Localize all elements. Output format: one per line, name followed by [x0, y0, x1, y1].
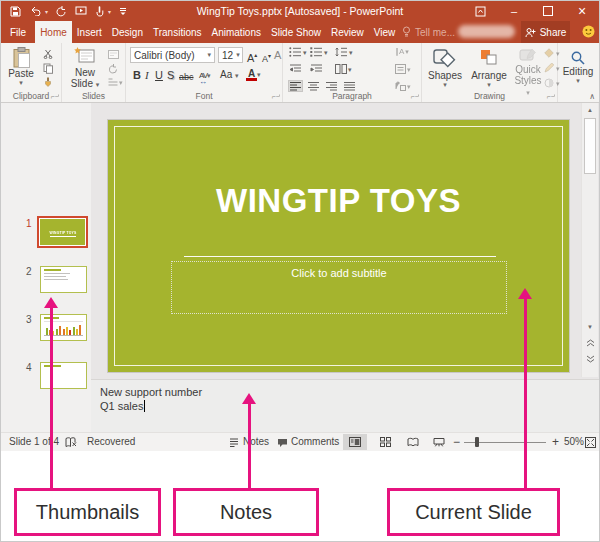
scroll-down-icon[interactable]: ▼: [582, 321, 598, 333]
slide-show-button[interactable]: [427, 434, 451, 450]
paragraph-dialog-launcher-icon[interactable]: ⌐⌐: [411, 93, 419, 100]
tab-transitions[interactable]: Transitions: [148, 21, 207, 43]
columns-icon[interactable]: ▾: [335, 64, 352, 74]
tab-insert[interactable]: Insert: [72, 21, 107, 43]
tab-view[interactable]: View: [369, 21, 401, 43]
notes-text[interactable]: New support number Q1 sales: [91, 380, 599, 418]
previous-slide-icon[interactable]: [582, 339, 598, 351]
notes-status-label[interactable]: Notes: [243, 436, 269, 447]
vertical-scrollbar[interactable]: ▲ ▼: [581, 103, 598, 377]
convert-to-smartart-icon[interactable]: ▾: [395, 81, 411, 91]
new-slide-button[interactable]: New Slide ▾: [65, 47, 105, 89]
normal-view-button[interactable]: [343, 434, 367, 450]
zoom-slider-thumb[interactable]: [475, 437, 479, 447]
italic-button[interactable]: I: [145, 69, 149, 81]
section-icon[interactable]: ▾: [108, 78, 123, 86]
spell-check-icon[interactable]: [65, 437, 77, 448]
zoom-in-button[interactable]: +: [552, 435, 559, 449]
format-painter-icon[interactable]: [43, 77, 53, 88]
font-size-combo[interactable]: 12: [218, 47, 243, 63]
customize-qat-icon[interactable]: [119, 7, 127, 16]
zoom-out-button[interactable]: −: [453, 435, 460, 449]
save-icon[interactable]: [10, 6, 21, 17]
tab-design[interactable]: Design: [107, 21, 148, 43]
font-name-combo[interactable]: Calibri (Body): [130, 47, 215, 63]
strikethrough-button[interactable]: abc: [179, 71, 194, 83]
increase-indent-icon[interactable]: [310, 64, 323, 74]
align-left-icon[interactable]: [289, 81, 302, 91]
undo-dropdown-icon[interactable]: ▾: [45, 8, 48, 15]
thumbnail-slide-3[interactable]: [40, 314, 87, 341]
feedback-smiley-icon[interactable]: [582, 25, 595, 38]
editing-dropdown-icon[interactable]: ▾: [576, 77, 580, 84]
close-button[interactable]: ×: [565, 1, 599, 21]
font-dialog-launcher-icon[interactable]: ⌐⌐: [272, 93, 280, 100]
slide-title[interactable]: WINGTIP TOYS: [108, 182, 569, 220]
collapse-ribbon-icon[interactable]: ∧: [589, 92, 595, 101]
numbering-icon[interactable]: ▾: [310, 47, 328, 57]
touch-mouse-mode-icon[interactable]: [95, 6, 104, 17]
decrease-font-size-button[interactable]: A▾: [262, 50, 271, 65]
share-button[interactable]: Share: [521, 21, 570, 43]
redo-icon[interactable]: [56, 6, 67, 17]
copy-icon[interactable]: [43, 63, 54, 74]
notes-pane[interactable]: New support number Q1 sales: [91, 379, 599, 432]
tab-review[interactable]: Review: [326, 21, 369, 43]
character-spacing-button[interactable]: AV↔▾: [199, 68, 211, 85]
align-center-icon[interactable]: [307, 81, 320, 91]
tab-home[interactable]: Home: [35, 21, 72, 43]
align-text-icon[interactable]: ▾: [395, 64, 411, 74]
scrollbar-thumb[interactable]: [584, 118, 596, 174]
paste-button[interactable]: Paste ▾: [4, 47, 38, 86]
next-slide-icon[interactable]: [582, 355, 598, 367]
maximize-button[interactable]: [531, 1, 565, 21]
reset-slide-icon[interactable]: [108, 64, 118, 74]
clipboard-dialog-launcher-icon[interactable]: ⌐⌐: [51, 93, 59, 100]
reading-view-button[interactable]: [401, 434, 425, 450]
tab-animations[interactable]: Animations: [207, 21, 266, 43]
font-color-button[interactable]: A▾: [246, 67, 261, 81]
new-slide-dropdown-icon[interactable]: ▾: [96, 81, 100, 88]
fit-slide-to-window-icon[interactable]: [585, 437, 596, 448]
tab-file[interactable]: File: [1, 21, 35, 43]
recovered-label[interactable]: Recovered: [87, 436, 135, 447]
slide-sorter-view-button[interactable]: [373, 434, 397, 450]
comments-status-label[interactable]: Comments: [291, 436, 339, 447]
thumbnail-slide-2[interactable]: [40, 266, 87, 293]
underline-button[interactable]: U: [155, 69, 163, 81]
line-spacing-icon[interactable]: ▾: [335, 47, 353, 57]
cut-icon[interactable]: [43, 49, 53, 59]
justify-icon[interactable]: [343, 81, 356, 91]
minimize-button[interactable]: –: [497, 1, 531, 21]
shapes-dropdown-icon[interactable]: ▾: [443, 81, 447, 88]
slide-layout-icon[interactable]: [108, 50, 119, 59]
align-right-icon[interactable]: [325, 81, 338, 91]
current-slide[interactable]: WINGTIP TOYS Click to add subtitle: [108, 120, 569, 372]
clear-formatting-button[interactable]: A: [274, 49, 281, 61]
arrange-dropdown-icon[interactable]: ▾: [487, 81, 491, 88]
zoom-level-label[interactable]: 50%: [564, 436, 584, 447]
subtitle-placeholder[interactable]: Click to add subtitle: [171, 261, 507, 314]
notes-status-icon[interactable]: [229, 438, 239, 447]
tab-slide-show[interactable]: Slide Show: [266, 21, 326, 43]
undo-icon[interactable]: [29, 6, 41, 16]
thumbnail-slide-4[interactable]: [40, 362, 87, 389]
scroll-up-icon[interactable]: ▲: [582, 104, 598, 116]
arrange-button[interactable]: Arrange ▾: [467, 47, 511, 88]
tell-me-box[interactable]: Tell me...: [402, 21, 455, 43]
comments-icon[interactable]: [277, 438, 288, 448]
change-case-button[interactable]: Aa ▾: [220, 69, 239, 81]
paste-dropdown-icon[interactable]: ▾: [19, 79, 23, 86]
increase-font-size-button[interactable]: A▴: [247, 49, 257, 64]
text-direction-icon[interactable]: ∥A▾: [395, 47, 409, 56]
start-from-beginning-icon[interactable]: [75, 6, 87, 16]
shapes-button[interactable]: Shapes ▾: [424, 47, 466, 88]
ribbon-display-options-icon[interactable]: [463, 1, 497, 21]
quick-styles-button[interactable]: Quick Styles ▾: [512, 47, 544, 97]
text-shadow-button[interactable]: S: [167, 69, 174, 81]
drawing-dialog-launcher-icon[interactable]: ⌐⌐: [547, 93, 555, 100]
bullets-icon[interactable]: ▾: [289, 47, 307, 57]
thumbnail-slide-1[interactable]: WINGTIP TOYS: [37, 216, 88, 248]
decrease-indent-icon[interactable]: [289, 64, 302, 74]
touch-mode-dropdown-icon[interactable]: ▾: [108, 8, 111, 15]
